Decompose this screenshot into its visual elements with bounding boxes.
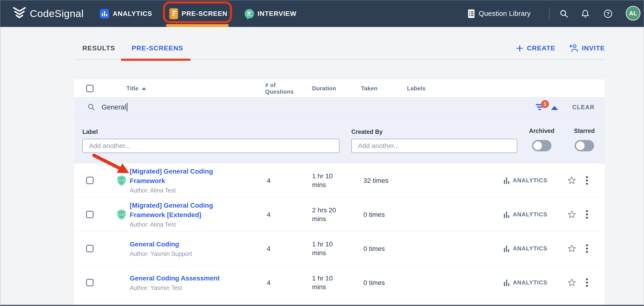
plus-icon: [516, 44, 524, 52]
column-questions[interactable]: # of Questions: [265, 82, 294, 95]
row-analytics-button[interactable]: ANALYTICS: [504, 177, 548, 184]
nav-item-analytics[interactable]: ANALYTICS: [100, 0, 152, 27]
active-nav-indicator: [166, 24, 228, 27]
starred-toggle[interactable]: [575, 140, 594, 151]
archived-filter: Archived: [525, 127, 558, 151]
assessment-author: Author: Yasmin Support: [130, 251, 262, 257]
pre-screens-table: Title # of Questions Duration Taken Labe…: [74, 79, 605, 306]
star-icon[interactable]: [567, 278, 576, 287]
row-menu-button[interactable]: [586, 210, 588, 219]
taken-cell: 0 times: [364, 278, 385, 287]
assessment-title-block: [Migrated] General CodingFramework [Exte…: [130, 197, 262, 231]
assessment-title-link[interactable]: [Migrated] General CodingFramework [Exte…: [130, 201, 262, 220]
question-count: 4: [267, 176, 270, 185]
page-actions: CREATE INVITE: [509, 43, 605, 54]
column-taken[interactable]: Taken: [361, 85, 378, 92]
star-icon[interactable]: [567, 176, 576, 185]
user-avatar[interactable]: AL: [626, 6, 640, 20]
create-button[interactable]: CREATE: [516, 44, 555, 52]
analytics-label: ANALYTICS: [513, 177, 548, 184]
column-questions-line1: # of: [265, 82, 294, 88]
table-row: [Migrated] General CodingFramework Autho…: [74, 163, 605, 197]
assessment-author: Author: Alina Test: [130, 187, 262, 194]
duration-cell: 2 hrs 20mins: [312, 206, 336, 223]
table-search-icon: [87, 103, 96, 111]
question-count: 4: [267, 278, 270, 287]
clear-filters-button[interactable]: CLEAR: [572, 104, 594, 111]
notifications-button[interactable]: [581, 0, 590, 27]
codesignal-logo[interactable]: CodeSignal: [12, 0, 84, 27]
help-button[interactable]: ?: [604, 0, 612, 27]
verified-shield-icon: [117, 209, 126, 220]
create-button-label: CREATE: [527, 44, 555, 52]
brand-name: CodeSignal: [30, 8, 84, 19]
tab-pre-screens-label: PRE-SCREENS: [132, 44, 183, 52]
star-icon[interactable]: [567, 210, 576, 219]
top-navigation-bar: CodeSignal ANALYTICS PRE-SCREEN INTERVIE…: [0, 0, 644, 27]
bar-chart-icon: [504, 211, 509, 218]
assessment-title-block: General Coding Author: Yasmin Support: [130, 232, 262, 265]
star-icon[interactable]: [567, 244, 576, 253]
assessment-title-link[interactable]: General Coding Assessment: [130, 274, 262, 283]
row-checkbox[interactable]: [86, 245, 94, 252]
row-analytics-button[interactable]: ANALYTICS: [504, 245, 548, 252]
nav-label-interview: INTERVIEW: [258, 10, 296, 17]
svg-text:?: ?: [606, 11, 610, 16]
label-filter-input[interactable]: [82, 139, 340, 153]
tab-results-label: RESULTS: [82, 44, 115, 52]
row-menu-button[interactable]: [586, 176, 588, 185]
invite-button[interactable]: INVITE: [569, 44, 605, 52]
tab-results[interactable]: RESULTS: [82, 43, 115, 54]
analytics-label: ANALYTICS: [513, 279, 548, 286]
analytics-nav-icon: [100, 9, 109, 18]
analytics-label: ANALYTICS: [513, 211, 548, 218]
column-labels[interactable]: Labels: [407, 85, 426, 92]
question-library-button[interactable]: Question Library: [467, 0, 530, 27]
filter-count-badge: 1: [541, 100, 549, 108]
collapse-filters-icon: [551, 106, 558, 110]
row-checkbox[interactable]: [86, 279, 94, 286]
search-input-value: General: [102, 103, 126, 111]
archived-filter-title: Archived: [529, 127, 554, 134]
codesignal-wings-icon: [12, 6, 26, 21]
row-checkbox[interactable]: [86, 211, 94, 218]
table-row: [Migrated] General CodingFramework [Exte…: [74, 197, 605, 232]
starred-filter-title: Starred: [574, 127, 595, 134]
row-analytics-button[interactable]: ANALYTICS: [504, 279, 548, 286]
archived-toggle[interactable]: [532, 140, 552, 151]
annotation-highlight-ring: [163, 1, 232, 23]
toggle-knob: [576, 141, 584, 150]
nav-item-interview[interactable]: INTERVIEW: [244, 0, 296, 27]
assessment-title-link[interactable]: General Coding: [130, 240, 262, 249]
invite-button-label: INVITE: [582, 44, 605, 52]
person-plus-icon: [569, 44, 579, 52]
created-by-filter-input[interactable]: [351, 139, 517, 153]
active-tab-indicator: [121, 59, 190, 61]
assessment-author: Author: Alina Test: [130, 221, 262, 228]
analytics-label: ANALYTICS: [513, 245, 548, 252]
column-title-label: Title: [126, 85, 138, 91]
filter-toggle-button[interactable]: 1: [536, 104, 558, 111]
select-all-checkbox[interactable]: [86, 85, 94, 92]
assessment-title-link[interactable]: [Migrated] General CodingFramework: [130, 167, 262, 186]
table-header-row: Title # of Questions Duration Taken Labe…: [74, 79, 605, 97]
question-count: 4: [267, 244, 270, 253]
column-duration[interactable]: Duration: [312, 85, 336, 92]
row-menu-button[interactable]: [586, 278, 588, 287]
bar-chart-icon: [504, 279, 509, 286]
row-menu-button[interactable]: [586, 244, 588, 253]
search-input[interactable]: General: [102, 103, 128, 111]
row-analytics-button[interactable]: ANALYTICS: [504, 211, 548, 218]
assessment-author: Author: Yasmin Test: [130, 285, 262, 291]
annotation-arrow: [90, 152, 138, 180]
search-button[interactable]: [560, 0, 568, 27]
column-questions-line2: Questions: [265, 88, 294, 95]
tab-pre-screens[interactable]: PRE-SCREENS: [132, 43, 183, 54]
bar-chart-icon: [504, 177, 509, 184]
taken-cell: 0 times: [364, 210, 385, 219]
column-title[interactable]: Title: [126, 85, 146, 92]
created-by-filter-title: Created By: [351, 128, 382, 135]
taken-cell: 32 times: [364, 176, 388, 185]
assessment-title-block: General Coding Assessment Author: Yasmin…: [130, 266, 262, 299]
avatar-initials: AL: [629, 10, 637, 17]
